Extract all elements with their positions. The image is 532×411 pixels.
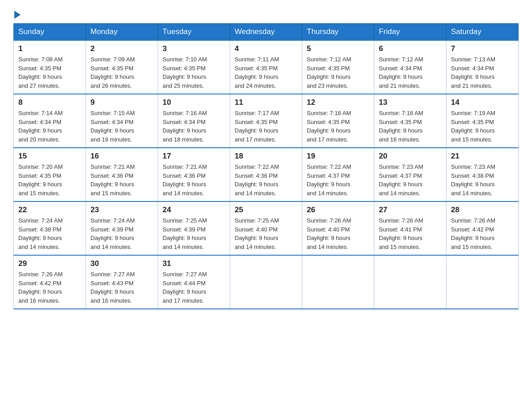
day-number: 29 <box>18 259 81 268</box>
calendar-cell: 6 Sunrise: 7:12 AM Sunset: 4:34 PM Dayli… <box>374 40 446 94</box>
day-number: 7 <box>451 44 514 53</box>
day-number: 17 <box>163 152 225 161</box>
day-number: 13 <box>379 98 442 107</box>
day-info: Sunrise: 7:15 AM Sunset: 4:34 PM Dayligh… <box>90 109 153 144</box>
calendar-cell: 21 Sunrise: 7:23 AM Sunset: 4:38 PM Dayl… <box>446 148 519 201</box>
page-header <box>13 9 519 19</box>
week-row-3: 15 Sunrise: 7:20 AM Sunset: 4:35 PM Dayl… <box>14 148 519 201</box>
day-info: Sunrise: 7:13 AM Sunset: 4:34 PM Dayligh… <box>451 55 514 90</box>
day-number: 18 <box>235 152 297 161</box>
day-info: Sunrise: 7:09 AM Sunset: 4:35 PM Dayligh… <box>90 55 153 90</box>
day-info: Sunrise: 7:25 AM Sunset: 4:40 PM Dayligh… <box>235 216 297 251</box>
day-number: 31 <box>163 259 225 268</box>
day-number: 14 <box>451 98 514 107</box>
day-number: 23 <box>90 206 153 214</box>
calendar-cell: 2 Sunrise: 7:09 AM Sunset: 4:35 PM Dayli… <box>86 40 158 94</box>
calendar-cell: 22 Sunrise: 7:24 AM Sunset: 4:38 PM Dayl… <box>14 201 86 255</box>
day-info: Sunrise: 7:18 AM Sunset: 4:35 PM Dayligh… <box>307 109 369 144</box>
day-info: Sunrise: 7:27 AM Sunset: 4:44 PM Dayligh… <box>163 270 225 305</box>
calendar-cell: 9 Sunrise: 7:15 AM Sunset: 4:34 PM Dayli… <box>86 94 158 148</box>
calendar-cell: 18 Sunrise: 7:22 AM Sunset: 4:36 PM Dayl… <box>230 148 302 201</box>
week-row-1: 1 Sunrise: 7:08 AM Sunset: 4:35 PM Dayli… <box>14 40 519 94</box>
calendar-cell: 11 Sunrise: 7:17 AM Sunset: 4:35 PM Dayl… <box>230 94 302 148</box>
day-info: Sunrise: 7:24 AM Sunset: 4:38 PM Dayligh… <box>18 216 81 251</box>
day-number: 4 <box>235 44 297 53</box>
day-info: Sunrise: 7:17 AM Sunset: 4:35 PM Dayligh… <box>235 109 297 144</box>
calendar-cell: 17 Sunrise: 7:21 AM Sunset: 4:36 PM Dayl… <box>158 148 230 201</box>
day-info: Sunrise: 7:26 AM Sunset: 4:40 PM Dayligh… <box>307 216 369 251</box>
calendar-cell: 31 Sunrise: 7:27 AM Sunset: 4:44 PM Dayl… <box>158 255 230 309</box>
day-number: 5 <box>307 44 369 53</box>
day-info: Sunrise: 7:26 AM Sunset: 4:41 PM Dayligh… <box>379 216 442 251</box>
day-number: 10 <box>163 98 225 107</box>
calendar-cell <box>374 255 446 309</box>
day-info: Sunrise: 7:16 AM Sunset: 4:34 PM Dayligh… <box>163 109 225 144</box>
day-number: 24 <box>163 206 225 214</box>
week-row-4: 22 Sunrise: 7:24 AM Sunset: 4:38 PM Dayl… <box>14 201 519 255</box>
day-number: 6 <box>379 44 442 53</box>
header-thursday: Thursday <box>302 24 374 41</box>
day-info: Sunrise: 7:23 AM Sunset: 4:37 PM Dayligh… <box>379 163 442 197</box>
day-number: 26 <box>307 206 369 214</box>
day-info: Sunrise: 7:25 AM Sunset: 4:39 PM Dayligh… <box>163 216 225 251</box>
calendar-table: SundayMondayTuesdayWednesdayThursdayFrid… <box>13 23 519 309</box>
day-info: Sunrise: 7:21 AM Sunset: 4:36 PM Dayligh… <box>163 163 225 197</box>
calendar-cell: 13 Sunrise: 7:18 AM Sunset: 4:35 PM Dayl… <box>374 94 446 148</box>
day-number: 11 <box>235 98 297 107</box>
day-number: 30 <box>90 259 153 268</box>
day-number: 9 <box>90 98 153 107</box>
day-number: 1 <box>18 44 81 53</box>
day-number: 22 <box>18 206 81 214</box>
day-number: 15 <box>18 152 81 161</box>
calendar-cell: 26 Sunrise: 7:26 AM Sunset: 4:40 PM Dayl… <box>302 201 374 255</box>
calendar-cell: 3 Sunrise: 7:10 AM Sunset: 4:35 PM Dayli… <box>158 40 230 94</box>
calendar-cell: 7 Sunrise: 7:13 AM Sunset: 4:34 PM Dayli… <box>446 40 519 94</box>
header-saturday: Saturday <box>446 24 519 41</box>
calendar-cell: 29 Sunrise: 7:26 AM Sunset: 4:42 PM Dayl… <box>14 255 86 309</box>
day-number: 25 <box>235 206 297 214</box>
day-number: 21 <box>451 152 514 161</box>
day-number: 12 <box>307 98 369 107</box>
calendar-cell: 15 Sunrise: 7:20 AM Sunset: 4:35 PM Dayl… <box>14 148 86 201</box>
day-info: Sunrise: 7:12 AM Sunset: 4:35 PM Dayligh… <box>307 55 369 90</box>
day-info: Sunrise: 7:21 AM Sunset: 4:36 PM Dayligh… <box>90 163 153 197</box>
day-info: Sunrise: 7:19 AM Sunset: 4:35 PM Dayligh… <box>451 109 514 144</box>
calendar-cell: 23 Sunrise: 7:24 AM Sunset: 4:39 PM Dayl… <box>86 201 158 255</box>
day-info: Sunrise: 7:22 AM Sunset: 4:36 PM Dayligh… <box>235 163 297 197</box>
calendar-cell: 24 Sunrise: 7:25 AM Sunset: 4:39 PM Dayl… <box>158 201 230 255</box>
header-friday: Friday <box>374 24 446 41</box>
day-number: 2 <box>90 44 153 53</box>
calendar-cell <box>302 255 374 309</box>
header-monday: Monday <box>86 24 158 41</box>
day-info: Sunrise: 7:11 AM Sunset: 4:35 PM Dayligh… <box>235 55 297 90</box>
day-info: Sunrise: 7:23 AM Sunset: 4:38 PM Dayligh… <box>451 163 514 197</box>
header-sunday: Sunday <box>14 24 86 41</box>
calendar-cell: 4 Sunrise: 7:11 AM Sunset: 4:35 PM Dayli… <box>230 40 302 94</box>
calendar-cell: 28 Sunrise: 7:26 AM Sunset: 4:42 PM Dayl… <box>446 201 519 255</box>
day-number: 16 <box>90 152 153 161</box>
calendar-cell: 10 Sunrise: 7:16 AM Sunset: 4:34 PM Dayl… <box>158 94 230 148</box>
calendar-cell: 27 Sunrise: 7:26 AM Sunset: 4:41 PM Dayl… <box>374 201 446 255</box>
day-info: Sunrise: 7:24 AM Sunset: 4:39 PM Dayligh… <box>90 216 153 251</box>
header-tuesday: Tuesday <box>158 24 230 41</box>
day-info: Sunrise: 7:26 AM Sunset: 4:42 PM Dayligh… <box>451 216 514 251</box>
day-info: Sunrise: 7:20 AM Sunset: 4:35 PM Dayligh… <box>18 163 81 197</box>
day-info: Sunrise: 7:12 AM Sunset: 4:34 PM Dayligh… <box>379 55 442 90</box>
day-number: 19 <box>307 152 369 161</box>
calendar-cell: 25 Sunrise: 7:25 AM Sunset: 4:40 PM Dayl… <box>230 201 302 255</box>
day-info: Sunrise: 7:08 AM Sunset: 4:35 PM Dayligh… <box>18 55 81 90</box>
day-info: Sunrise: 7:22 AM Sunset: 4:37 PM Dayligh… <box>307 163 369 197</box>
day-info: Sunrise: 7:10 AM Sunset: 4:35 PM Dayligh… <box>163 55 225 90</box>
day-number: 8 <box>18 98 81 107</box>
calendar-cell: 20 Sunrise: 7:23 AM Sunset: 4:37 PM Dayl… <box>374 148 446 201</box>
day-info: Sunrise: 7:14 AM Sunset: 4:34 PM Dayligh… <box>18 109 81 144</box>
logo <box>13 9 21 19</box>
calendar-cell <box>446 255 519 309</box>
calendar-header-row: SundayMondayTuesdayWednesdayThursdayFrid… <box>14 24 519 41</box>
day-number: 27 <box>379 206 442 214</box>
calendar-cell: 19 Sunrise: 7:22 AM Sunset: 4:37 PM Dayl… <box>302 148 374 201</box>
day-number: 20 <box>379 152 442 161</box>
calendar-cell <box>230 255 302 309</box>
header-wednesday: Wednesday <box>230 24 302 41</box>
logo-arrow-icon <box>14 11 21 19</box>
